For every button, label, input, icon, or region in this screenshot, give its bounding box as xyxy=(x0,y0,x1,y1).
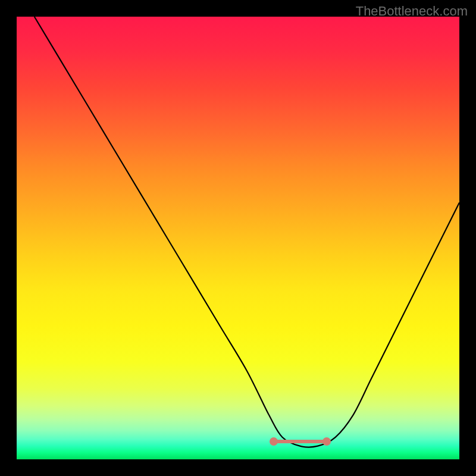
valley-marker-left xyxy=(270,437,278,446)
bottleneck-curve xyxy=(17,17,459,459)
attribution-text: TheBottleneck.com xyxy=(356,4,468,19)
plot-area xyxy=(17,17,459,459)
valley-marker-right xyxy=(322,437,331,446)
valley-marker-bar xyxy=(274,440,327,443)
